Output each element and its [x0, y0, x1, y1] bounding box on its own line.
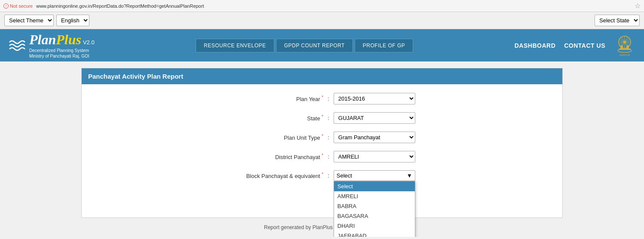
state-select[interactable]: GUJARAT	[334, 112, 415, 124]
ashoka-emblem: सत्यमेव जयते	[614, 34, 635, 57]
header-right: DASHBOARD CONTACT US	[515, 34, 635, 57]
list-item[interactable]: AMRELI	[334, 191, 415, 201]
star-icon[interactable]: ☆	[635, 2, 641, 10]
list-item[interactable]: JAFRABAD	[334, 231, 415, 237]
state-row: State * : GUJARAT	[88, 112, 556, 124]
contact-us-link[interactable]: CONTACT US	[564, 42, 605, 49]
resource-envelope-button[interactable]: RESOURCE ENVELOPE	[196, 39, 274, 52]
state-select-top[interactable]: Select State	[595, 15, 640, 26]
footer-text: Report generated by PlanPlus on Apr 20, …	[9, 224, 635, 230]
plan-unit-type-required: *	[322, 134, 323, 138]
logo-wave-icon	[9, 37, 26, 54]
url-bar: www.planningonline.gov.in/ReportData.do?…	[36, 3, 631, 9]
list-item[interactable]: Select	[334, 181, 415, 191]
theme-select[interactable]: Select Theme	[4, 15, 54, 26]
get-report-row: : GET REPORT	[88, 189, 556, 201]
district-panchayat-required: *	[322, 153, 323, 158]
block-panchayat-label: Block Panchayat & equivalent *	[229, 172, 323, 179]
plan-unit-type-colon: :	[328, 134, 329, 141]
top-bar: Select Theme English Select State	[0, 12, 644, 29]
block-colon: :	[328, 172, 329, 179]
logo-area: Plan Plus V2.0 Decentralized Planning Sy…	[9, 32, 95, 59]
header: Plan Plus V2.0 Decentralized Planning Sy…	[0, 29, 644, 61]
svg-text:सत्यमेव जयते: सत्यमेव जयते	[619, 54, 630, 56]
block-panchayat-required: *	[322, 172, 323, 177]
content-area: Panchayat Activity Plan Report Plan Year…	[0, 61, 644, 237]
list-item[interactable]: BABRA	[334, 201, 415, 211]
state-required: *	[322, 114, 323, 119]
plan-unit-type-select[interactable]: Gram Panchayat	[334, 132, 415, 143]
state-colon: :	[328, 115, 329, 121]
state-label: State *	[229, 114, 323, 122]
logo-subtitle1: Decentralized Planning System	[29, 48, 95, 53]
svg-rect-17	[626, 47, 629, 49]
svg-text:!: !	[6, 4, 6, 8]
block-panchayat-select[interactable]: Select ▼	[334, 170, 415, 181]
report-panel-body: Plan Year * : 2015-2016 State * : GUJARA…	[82, 84, 562, 218]
logo-text: Plan Plus V2.0 Decentralized Planning Sy…	[29, 32, 95, 59]
block-panchayat-row: Block Panchayat & equivalent * : Select …	[88, 170, 556, 181]
not-secure-indicator: ! Not secure	[3, 3, 33, 9]
plan-year-select[interactable]: 2015-2016	[334, 93, 415, 104]
block-panchayat-dropdown-wrapper: Select ▼ Select AMRELI BABRA BAGASARA DH…	[334, 170, 415, 181]
emblem: सत्यमेव जयते	[614, 34, 635, 57]
plan-unit-type-label: Plan Unit Type *	[229, 134, 323, 141]
district-panchayat-label: District Panchayat *	[229, 153, 323, 160]
district-panchayat-row: District Panchayat * : AMRELI	[88, 151, 556, 162]
plan-year-row: Plan Year * : 2015-2016	[88, 93, 556, 104]
top-bar-left: Select Theme English	[4, 15, 89, 26]
dropdown-arrow-icon: ▼	[407, 172, 412, 179]
district-panchayat-select[interactable]: AMRELI	[334, 151, 415, 162]
logo-version: V2.0	[83, 39, 95, 46]
nav-buttons: RESOURCE ENVELOPE GPDP COUNT REPORT PROF…	[196, 39, 413, 52]
report-panel: Panchayat Activity Plan Report Plan Year…	[81, 68, 563, 218]
district-colon: :	[328, 153, 329, 160]
plan-unit-type-row: Plan Unit Type * : Gram Panchayat	[88, 132, 556, 143]
list-item[interactable]: DHARI	[334, 221, 415, 231]
header-links: DASHBOARD CONTACT US	[515, 42, 605, 49]
report-panel-header: Panchayat Activity Plan Report	[82, 68, 562, 84]
plan-year-required: *	[322, 95, 323, 100]
plan-year-label: Plan Year *	[229, 95, 323, 102]
language-select[interactable]: English	[56, 15, 89, 26]
profile-gp-button[interactable]: PROFILE OF GP	[355, 39, 414, 52]
logo-plus: Plus	[56, 32, 81, 48]
logo-subtitle2: Ministry of Panchayati Raj, GOI	[29, 53, 95, 59]
browser-bar: ! Not secure www.planningonline.gov.in/R…	[0, 0, 644, 12]
list-item[interactable]: BAGASARA	[334, 211, 415, 221]
plan-year-colon: :	[328, 95, 329, 102]
svg-rect-16	[620, 47, 623, 49]
logo-planplus: Plan Plus V2.0	[29, 32, 95, 48]
block-panchayat-dropdown-list: Select AMRELI BABRA BAGASARA DHARI JAFRA…	[334, 181, 415, 237]
warning-icon: !	[3, 3, 9, 9]
gpdp-count-button[interactable]: GPDP COUNT REPORT	[276, 39, 353, 52]
dashboard-link[interactable]: DASHBOARD	[515, 42, 556, 49]
logo-plan: Plan	[29, 32, 56, 48]
